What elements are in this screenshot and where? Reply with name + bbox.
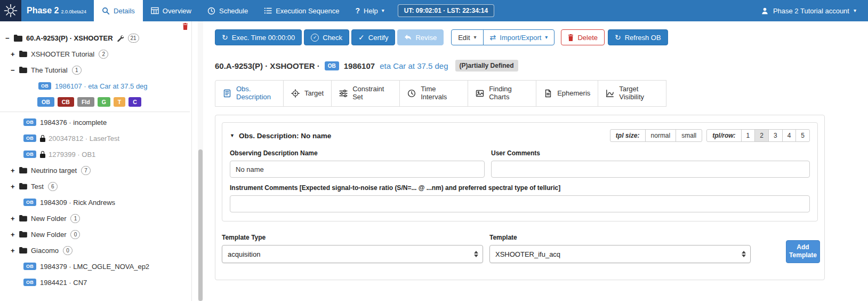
tree-row-ob-selected[interactable]: OB 1986107 · eta Car at 37.5 deg [0,78,191,94]
nav-tab-label: Overview [163,7,191,15]
tree-row-folder[interactable]: + XSHOOTER Tutorial 2 [0,46,191,62]
tab-obs-description[interactable]: Obs. Description [215,80,284,107]
refresh-ob-button[interactable]: ↻ Refresh OB [608,29,668,45]
eso-logo[interactable] [0,0,21,21]
select-arrows-icon [742,251,746,257]
count-badge: 6 [48,182,58,191]
ob-badge: OB [23,134,36,142]
tab-ephemeris[interactable]: Ephemeris [536,80,598,107]
tree-row-ob[interactable]: OB 1984379 · LMC_OGLE_NOVA_ep2 [0,258,191,274]
expand-expander-icon[interactable]: + [11,183,19,191]
tpl-size-normal-button[interactable]: normal [645,129,677,142]
nav-tab-overview[interactable]: Overview [143,0,199,21]
tpl-row-1-button[interactable]: 1 [741,129,756,142]
status-badge-fld[interactable]: Fld [77,97,94,107]
instrument-comments-label: Instrument Comments [Expected signal-to-… [230,184,810,192]
accordion-title[interactable]: ▼ Obs. Description: No name [230,132,331,140]
status-badge-ob[interactable]: OB [37,97,54,107]
expand-expander-icon[interactable]: + [11,215,19,223]
expand-expander-icon[interactable]: + [11,167,19,175]
select-arrows-icon [474,251,478,257]
count-badge: 0 [63,246,73,255]
expand-expander-icon[interactable]: + [11,231,19,239]
exec-time-button[interactable]: ↻ Exec. Time 00:00:00 [215,29,302,45]
tab-target-visibility[interactable]: Target Visibility [598,80,666,107]
user-comments-input[interactable] [491,161,810,178]
image-chart-icon [476,89,484,98]
folder-icon [19,167,27,173]
folder-open-icon [19,67,27,73]
wrench-icon[interactable] [117,35,124,42]
tpl-row-3-button[interactable]: 3 [768,129,783,142]
status-badge-c[interactable]: C [128,97,141,107]
template-select[interactable]: XSHOOTER_ifu_acq [489,245,751,263]
ob-badge: OB [23,150,36,158]
tpl-row-5-button[interactable]: 5 [795,129,810,142]
status-badge-g[interactable]: G [98,97,110,107]
obs-description-accordion: ▼ Obs. Description: No name tpl size: no… [222,122,818,221]
ob-badge: OB [23,199,36,206]
status-badge-t[interactable]: T [114,97,125,107]
tree-divider [0,112,190,112]
user-icon [761,7,769,15]
expand-expander-icon[interactable]: + [11,50,19,58]
expand-expander-icon[interactable]: + [11,247,19,255]
tree-row-program[interactable]: − 60.A-9253(P) · XSHOOTER 21 [0,30,191,46]
import-export-button[interactable]: ⇄ Import/Export ▾ [483,29,555,45]
tpl-size-small-button[interactable]: small [676,129,702,142]
ob-badge: OB [38,82,51,90]
tree-row-ob[interactable]: OB 1984309 · Rick Andrews [0,194,191,210]
tpl-row-4-button[interactable]: 4 [782,129,797,142]
tab-time-intervals[interactable]: Time Intervals [399,80,468,107]
notebook-icon [223,89,231,98]
tree-row-folder[interactable]: + Test 6 [0,178,191,194]
nav-tab-schedule[interactable]: Schedule [199,0,256,21]
nav-tab-help[interactable]: ? Help ▾ [347,0,392,21]
tree-row-ob[interactable]: OB 1984376 · incomplete [0,114,191,130]
account-menu[interactable]: Phase 2 Tutorial account ▾ [761,0,868,21]
obs-description-card: ▼ Obs. Description: No name tpl size: no… [215,115,825,280]
trash-icon[interactable] [182,23,188,30]
tab-finding-charts[interactable]: Finding Charts [468,80,536,107]
nav-tab-label: Schedule [219,7,248,15]
ob-name-link[interactable]: eta Car at 37.5 deg [380,61,448,70]
edit-button[interactable]: Edit ▾ [451,29,483,45]
tree-row-ob[interactable]: OB 1984421 · CN7 [0,274,191,290]
tree-row-folder[interactable]: + New Folder 1 [0,210,191,226]
magnifier-icon [102,7,110,15]
tpl-display-controls: tpl size: normal small tpl/row: 1 2 3 4 … [610,129,810,142]
delete-button[interactable]: Delete [561,29,605,45]
tree-row-folder[interactable]: − The Tutorial 1 [0,62,191,78]
tree-row-folder[interactable]: + New Folder 0 [0,226,191,242]
tree-row-ob-locked[interactable]: OB 1279399 · OB1 [0,146,191,162]
tpl-row-2-button[interactable]: 2 [754,129,769,142]
tree-row-folder[interactable]: + Giacomo 0 [0,242,191,258]
count-badge: 1 [72,66,82,75]
tpl-row-label: tpl/row: [706,129,741,142]
nav-tab-details[interactable]: Details [94,0,143,21]
count-badge: 1 [70,214,80,223]
app-version: 2.0.0beta24 [61,9,86,14]
crosshair-icon [291,89,300,98]
tab-constraint-set[interactable]: Constraint Set [331,80,400,107]
collapse-expander-icon[interactable]: − [5,34,13,42]
tree-row-folder[interactable]: + Neutrino target 7 [0,162,191,178]
add-template-button[interactable]: Add Template [786,240,820,263]
vertical-scrollbar[interactable] [198,21,203,301]
status-badge-cb[interactable]: CB [58,97,74,107]
chevron-down-icon: ▾ [474,35,477,40]
template-type-select[interactable]: acquisition [222,245,483,263]
check-button[interactable]: ✓ Check [304,29,349,45]
collapse-expander-icon[interactable]: − [11,66,19,74]
ob-id: 1986107 [344,61,375,70]
tab-target[interactable]: Target [283,80,332,107]
obs-description-name-input[interactable] [230,161,485,178]
nav-tab-execution-sequence[interactable]: Execution Sequence [256,0,347,21]
undo-arrow-icon [404,34,412,41]
revise-button[interactable]: Revise [397,29,444,45]
certify-button[interactable]: ✓ Certify [351,29,395,45]
instrument-comments-input[interactable] [230,195,810,212]
tree-row-ob-locked[interactable]: OB 200347812 · LaserTest [0,130,191,146]
scrollbar-thumb[interactable] [198,149,203,301]
program-id: 60.A-9253(P) · XSHOOTER · [215,61,320,70]
